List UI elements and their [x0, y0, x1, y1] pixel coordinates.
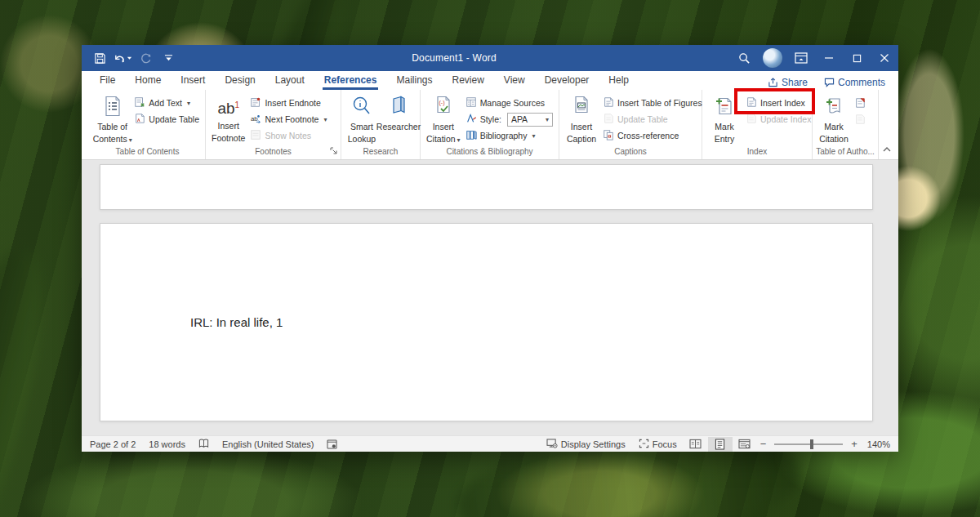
tab-file[interactable]: File: [90, 72, 125, 90]
insert-citation-icon: (-): [434, 96, 453, 119]
mark-citation-icon: [823, 96, 844, 119]
dropdown-caret-icon: ▾: [546, 116, 549, 123]
zoom-out-button[interactable]: −: [757, 438, 770, 450]
group-label: Research: [341, 145, 420, 159]
tab-view[interactable]: View: [494, 72, 535, 90]
update-table-icon: [134, 113, 145, 126]
account-avatar[interactable]: [763, 48, 782, 68]
update-table-button[interactable]: Update Table: [131, 111, 202, 127]
footnote-ab1-icon: ab1: [217, 96, 239, 118]
comments-icon: [824, 78, 835, 87]
update-table-icon: [603, 113, 614, 126]
tab-developer[interactable]: Developer: [535, 72, 599, 90]
mark-citation-button[interactable]: Mark Citation: [816, 93, 852, 144]
cross-reference-button[interactable]: Cross-reference: [600, 127, 705, 144]
zoom-level[interactable]: 140%: [861, 436, 897, 452]
word-window: Document1 - Word: [82, 45, 898, 452]
add-text-button[interactable]: Add Text▾: [131, 95, 202, 111]
group-label: Index: [702, 145, 812, 159]
insert-caption-button[interactable]: Insert Caption: [563, 93, 600, 144]
next-footnote-icon: ab: [250, 113, 261, 126]
collapse-ribbon-icon[interactable]: [882, 145, 892, 156]
bibliography-button[interactable]: Bibliography▾: [463, 127, 555, 144]
zoom-in-button[interactable]: +: [848, 438, 861, 450]
display-settings-button[interactable]: Display Settings: [540, 436, 632, 452]
insert-table-of-figures-icon: [603, 96, 614, 109]
next-footnote-button[interactable]: ab Next Footnote▾: [247, 111, 329, 127]
insert-footnote-button[interactable]: ab1 Insert Footnote: [209, 93, 247, 143]
zoom-slider[interactable]: [774, 443, 843, 445]
minimize-button[interactable]: [815, 45, 843, 71]
cross-reference-icon: [603, 129, 614, 142]
tab-mailings[interactable]: Mailings: [386, 72, 442, 90]
word-count[interactable]: 18 words: [142, 436, 192, 452]
style-dropdown[interactable]: APA ▾: [507, 113, 553, 127]
insert-table-of-authorities-icon[interactable]: [852, 95, 868, 111]
ribbon-display-options-icon[interactable]: [787, 45, 815, 71]
style-icon: [466, 113, 477, 126]
tab-help[interactable]: Help: [599, 72, 639, 90]
insert-endnote-button[interactable]: Insert Endnote: [247, 95, 329, 111]
read-mode-view-icon[interactable]: [684, 437, 708, 452]
page-indicator[interactable]: Page 2 of 2: [83, 436, 142, 452]
close-button[interactable]: [871, 45, 898, 71]
group-label: Captions: [559, 145, 702, 159]
dropdown-caret-icon: ▾: [457, 136, 461, 144]
display-settings-icon: [546, 439, 558, 450]
zoom-slider-thumb[interactable]: [810, 439, 813, 449]
show-notes-button-disabled: Show Notes: [247, 127, 329, 144]
group-footnotes: ab1 Insert Footnote Insert Endnote ab Ne…: [206, 90, 341, 159]
researcher-button[interactable]: Researcher: [379, 93, 418, 131]
maximize-button[interactable]: [843, 45, 871, 71]
manage-sources-icon: [466, 96, 477, 109]
customize-qat-icon[interactable]: [158, 48, 178, 68]
status-bar: Page 2 of 2 18 words English (United Sta…: [82, 435, 898, 452]
document-canvas: IRL: In real life, 1: [82, 160, 898, 435]
focus-button[interactable]: Focus: [632, 436, 684, 452]
update-table-captions-button-disabled: Update Table: [600, 111, 705, 127]
insert-endnote-icon: [250, 96, 261, 109]
dropdown-caret-icon: ▾: [532, 132, 535, 140]
insert-table-of-figures-button[interactable]: Insert Table of Figures: [600, 95, 705, 111]
proofing-status-icon[interactable]: [192, 436, 216, 452]
print-layout-view-icon[interactable]: [708, 437, 733, 452]
title-bar: Document1 - Word: [82, 45, 898, 71]
smart-lookup-button[interactable]: Smart Lookup: [345, 93, 379, 144]
web-layout-view-icon[interactable]: [733, 437, 757, 452]
table-of-contents-icon: [103, 96, 122, 119]
table-of-contents-button[interactable]: Table of Contents▾: [93, 93, 131, 145]
footnotes-dialog-launcher-icon[interactable]: [330, 146, 338, 158]
insert-caption-icon: [572, 96, 591, 119]
undo-button[interactable]: [113, 48, 132, 68]
smart-lookup-icon: [352, 96, 372, 119]
update-table-of-authorities-icon: [852, 111, 868, 127]
researcher-icon: [389, 96, 408, 119]
tab-references[interactable]: References: [314, 72, 387, 90]
desktop-background: Document1 - Word: [0, 0, 980, 517]
tab-home[interactable]: Home: [125, 72, 171, 90]
insert-citation-button[interactable]: (-) Insert Citation▾: [424, 93, 463, 145]
document-page-2[interactable]: IRL: In real life, 1: [100, 223, 873, 421]
group-research: Smart Lookup Researcher Research: [341, 90, 421, 159]
tab-layout[interactable]: Layout: [265, 72, 314, 90]
tab-insert[interactable]: Insert: [171, 72, 215, 90]
search-icon[interactable]: [730, 45, 758, 71]
document-body-text[interactable]: IRL: In real life, 1: [190, 315, 283, 329]
bibliography-icon: [466, 129, 477, 142]
redo-button-disabled: [136, 48, 155, 68]
tab-design[interactable]: Design: [215, 72, 265, 90]
style-selector: Style: APA ▾: [463, 111, 555, 127]
document-page-1-bottom[interactable]: [100, 164, 873, 210]
macro-recording-icon[interactable]: [320, 436, 344, 452]
quick-access-toolbar: [82, 48, 178, 68]
manage-sources-button[interactable]: Manage Sources: [463, 95, 555, 111]
tab-review[interactable]: Review: [443, 72, 494, 90]
save-icon[interactable]: [90, 48, 109, 68]
add-text-icon: [134, 96, 145, 109]
language-indicator[interactable]: English (United States): [216, 436, 321, 452]
comments-button[interactable]: Comments: [816, 75, 893, 90]
mark-entry-icon: [714, 96, 735, 119]
dropdown-caret-icon: ▾: [129, 136, 132, 144]
group-label: Citations & Bibliography: [421, 145, 559, 159]
group-label: Table of Autho...: [813, 145, 878, 159]
